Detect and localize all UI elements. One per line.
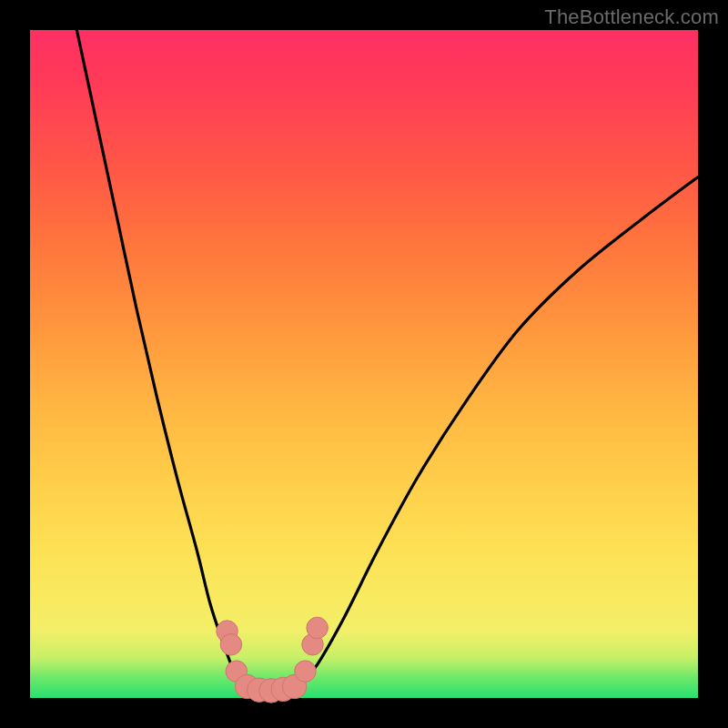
bottleneck-curve bbox=[30, 30, 698, 698]
data-marker bbox=[307, 617, 328, 638]
chart-frame: TheBottleneck.com bbox=[0, 0, 728, 728]
data-marker bbox=[220, 634, 241, 655]
curve-path bbox=[76, 30, 698, 692]
plot-area bbox=[30, 30, 698, 698]
data-marker bbox=[295, 661, 316, 682]
watermark-text: TheBottleneck.com bbox=[544, 5, 719, 29]
